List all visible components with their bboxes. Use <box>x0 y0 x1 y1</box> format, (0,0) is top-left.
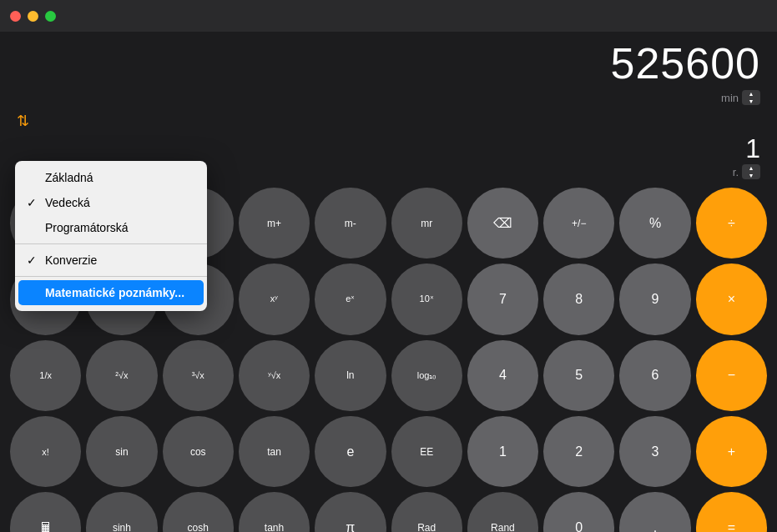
menu-item-vedecka[interactable]: ✓ Vedecká <box>15 190 207 215</box>
menu-item-zakladna[interactable]: Základná <box>15 165 207 190</box>
menu-item-poznamky[interactable]: Matematické poznámky... <box>18 280 204 305</box>
menu-separator-1 <box>15 243 207 244</box>
traffic-lights <box>10 11 56 22</box>
menu-item-programatorska[interactable]: Programátorská <box>15 215 207 240</box>
konverzie-label: Konverzie <box>45 253 97 267</box>
menu-item-konverzie[interactable]: ✓ Konverzie <box>15 248 207 273</box>
dropdown-overlay[interactable]: Základná ✓ Vedecká Programátorská ✓ Konv… <box>0 32 777 532</box>
calculator: 525600 min ▲ ▼ ⇅ 1 r. ▲ ▼ ( ) mc m+ m- m… <box>0 32 777 532</box>
maximize-button[interactable] <box>45 11 56 22</box>
zakladna-label: Základná <box>45 171 93 184</box>
menu-separator-2 <box>15 276 207 277</box>
vedecka-checkmark: ✓ <box>27 196 37 209</box>
dropdown-menu: Základná ✓ Vedecká Programátorská ✓ Konv… <box>15 161 207 311</box>
minimize-button[interactable] <box>28 11 38 22</box>
titlebar <box>0 0 777 32</box>
programatorska-label: Programátorská <box>45 221 129 234</box>
poznamky-label: Matematické poznámky... <box>45 286 184 299</box>
close-button[interactable] <box>10 11 21 22</box>
vedecka-label: Vedecká <box>45 196 90 209</box>
konverzie-checkmark: ✓ <box>27 253 37 267</box>
